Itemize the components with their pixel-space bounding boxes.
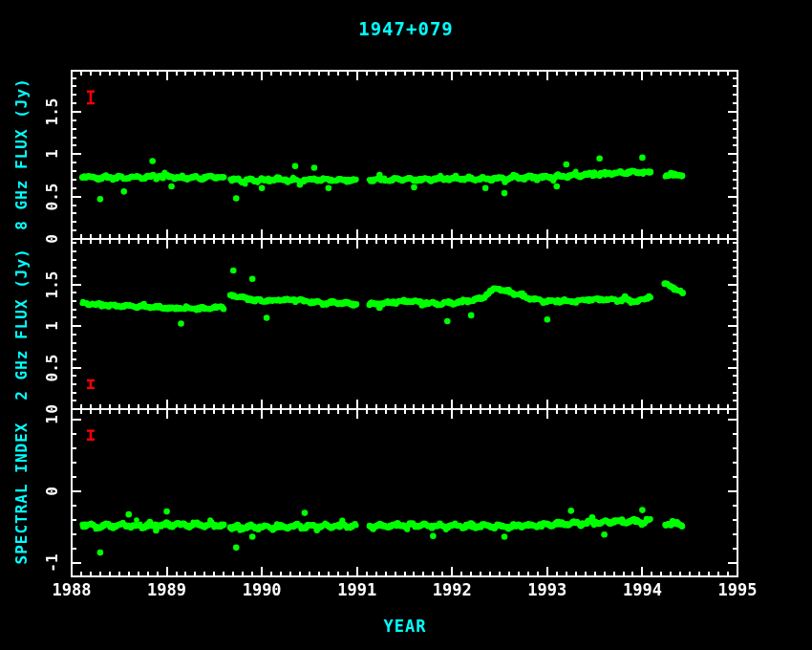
x-tick-label: 1988 bbox=[53, 582, 92, 598]
y-tick-label: 1 bbox=[45, 321, 60, 331]
figure-title: 1947+079 bbox=[358, 20, 454, 38]
y-axis-label-8ghz-flux: 8 GHz FLUX (Jy) bbox=[14, 77, 30, 230]
light-curve-figure: 1947+079 8 GHz FLUX (Jy) 2 GHz FLUX (Jy)… bbox=[0, 0, 812, 650]
light-curve-plot-canvas bbox=[0, 0, 812, 650]
y-tick-label: -1 bbox=[45, 553, 60, 572]
x-tick-label: 1994 bbox=[623, 582, 662, 598]
y-axis-label-spectral-index: SPECTRAL INDEX bbox=[14, 422, 30, 565]
x-tick-label: 1991 bbox=[337, 582, 376, 598]
y-tick-label: 0 bbox=[45, 487, 60, 496]
y-tick-label: 1 bbox=[45, 415, 60, 424]
x-tick-label: 1989 bbox=[147, 582, 186, 598]
y-tick-label: 1 bbox=[45, 149, 60, 159]
x-tick-label: 1993 bbox=[527, 582, 566, 598]
x-axis-label-year: YEAR bbox=[384, 618, 427, 635]
y-tick-label: 0.5 bbox=[45, 355, 60, 382]
y-tick-label: 0 bbox=[45, 234, 60, 244]
y-tick-label: 0.5 bbox=[45, 184, 60, 211]
x-tick-label: 1990 bbox=[243, 582, 282, 598]
y-tick-label: 0 bbox=[45, 404, 60, 414]
y-axis-label-2ghz-flux: 2 GHz FLUX (Jy) bbox=[14, 248, 30, 401]
y-tick-label: 1.5 bbox=[45, 98, 60, 126]
y-tick-label: 1.5 bbox=[45, 271, 60, 299]
x-tick-label: 1995 bbox=[718, 582, 758, 598]
x-tick-label: 1992 bbox=[433, 582, 472, 598]
